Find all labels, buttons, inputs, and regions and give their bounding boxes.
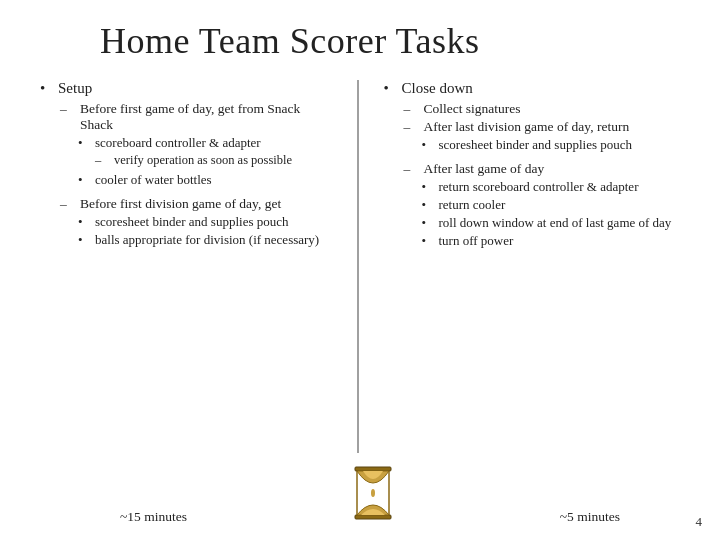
scoreboard-label: scoreboard controller & adapter — [95, 135, 261, 151]
return-scoreboard-item: • return scoreboard controller & adapter — [422, 179, 681, 195]
sub-dash-2: – — [60, 196, 74, 212]
before-first-game-label: Before first game of day, get from Snack… — [80, 101, 337, 133]
indent-dash-1: – — [95, 153, 109, 168]
roll-down-window-label: roll down window at end of last game of … — [439, 215, 672, 231]
page-number: 4 — [696, 514, 703, 530]
bullet-r3: • — [422, 197, 434, 213]
close-down-header: • Close down — [384, 80, 681, 97]
scoresheet-label-right: scoresheet binder and supplies pouch — [439, 137, 633, 153]
setup-label: Setup — [58, 80, 92, 97]
sub-dash-1: – — [60, 101, 74, 117]
left-column: • Setup – Before first game of day, get … — [40, 80, 359, 453]
bullet-3: • — [78, 214, 90, 230]
after-last-game-label: After last game of day — [424, 161, 545, 177]
footer-right-time: ~5 minutes — [560, 509, 620, 525]
right-column: • Close down – Collect signatures – Afte… — [359, 80, 681, 453]
scoresheet-item-right: • scoresheet binder and supplies pouch — [422, 137, 681, 153]
roll-down-window-item: • roll down window at end of last game o… — [422, 215, 681, 231]
after-division-item: – After last division game of day, retur… — [404, 119, 681, 135]
close-down-label: Close down — [402, 80, 473, 97]
setup-header: • Setup — [40, 80, 337, 97]
bullet-r1: • — [422, 137, 434, 153]
bullet-2: • — [78, 172, 90, 188]
return-scoreboard-label: return scoreboard controller & adapter — [439, 179, 639, 195]
bullet-4: • — [78, 232, 90, 248]
cooler-item: • cooler of water bottles — [78, 172, 337, 188]
return-cooler-item: • return cooler — [422, 197, 681, 213]
turn-off-power-label: turn off power — [439, 233, 514, 249]
balls-label: balls appropriate for division (if neces… — [95, 232, 319, 248]
page-title: Home Team Scorer Tasks — [100, 20, 680, 62]
after-division-label: After last division game of day, return — [424, 119, 630, 135]
cooler-label: cooler of water bottles — [95, 172, 212, 188]
collect-signatures-label: Collect signatures — [424, 101, 521, 117]
scoresheet-item-left: • scoresheet binder and supplies pouch — [78, 214, 337, 230]
before-first-game-item: – Before first game of day, get from Sna… — [60, 101, 337, 133]
sub-dash-r3: – — [404, 161, 418, 177]
turn-off-power-item: • turn off power — [422, 233, 681, 249]
svg-rect-1 — [355, 515, 391, 519]
before-division-game-label: Before first division game of day, get — [80, 196, 281, 212]
svg-rect-0 — [355, 467, 391, 471]
footer-left-time: ~15 minutes — [120, 509, 187, 525]
sub-dash-r2: – — [404, 119, 418, 135]
footer: ~15 minutes ~5 minutes — [40, 461, 680, 525]
sub-dash-r1: – — [404, 101, 418, 117]
after-last-game-item: – After last game of day — [404, 161, 681, 177]
bullet-r4: • — [422, 215, 434, 231]
scoreboard-item: • scoreboard controller & adapter — [78, 135, 337, 151]
collect-signatures-item: – Collect signatures — [404, 101, 681, 117]
return-cooler-label: return cooler — [439, 197, 506, 213]
verify-operation-label: verify operation as soon as possible — [114, 153, 292, 168]
bullet-1: • — [78, 135, 90, 151]
balls-item: • balls appropriate for division (if nec… — [78, 232, 337, 248]
bullet-r2: • — [422, 179, 434, 195]
svg-point-4 — [371, 489, 375, 497]
bullet-dot: • — [40, 80, 52, 97]
verify-operation-item: – verify operation as soon as possible — [95, 153, 337, 168]
before-division-game-item: – Before first division game of day, get — [60, 196, 337, 212]
hourglass-icon — [349, 465, 397, 525]
scoresheet-label-left: scoresheet binder and supplies pouch — [95, 214, 289, 230]
bullet-dot-right: • — [384, 80, 396, 97]
bullet-r5: • — [422, 233, 434, 249]
